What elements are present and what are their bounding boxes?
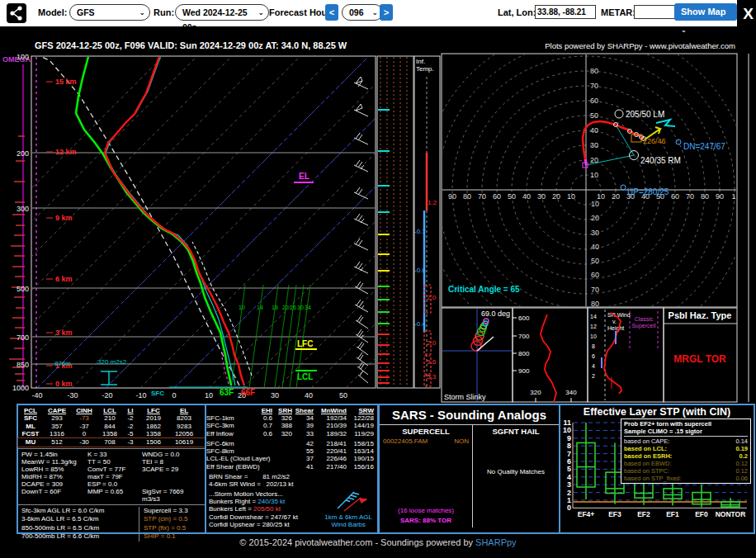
metar-input[interactable]	[634, 5, 675, 19]
svg-text:50: 50	[590, 111, 598, 120]
svg-text:40: 40	[590, 126, 598, 135]
chevron-down-icon: ⌄	[371, 5, 378, 20]
metar-label: METAR:	[601, 7, 636, 17]
svg-text:9 km: 9 km	[55, 214, 73, 222]
svg-text:1: 1	[731, 192, 735, 201]
share-button[interactable]	[7, 3, 26, 23]
svg-text:600: 600	[518, 314, 530, 322]
svg-text:10: 10	[567, 192, 575, 201]
credit-text: Plots powered by SHARPpy - www.pivotalwe…	[545, 41, 735, 50]
sr-wind-title-3: Height	[607, 325, 624, 332]
table-row: FCST13160 1358-5135812056	[18, 430, 205, 438]
svg-text:EF0: EF0	[695, 510, 708, 518]
svg-text:2: 2	[592, 373, 595, 379]
svg-text:-30: -30	[67, 391, 78, 400]
sharppy-link[interactable]: SHARPpy	[475, 537, 517, 547]
svg-text:-20: -20	[102, 391, 112, 400]
svg-text:700: 700	[518, 333, 530, 340]
skewt-panel: 1014 1822 2630 34 10020	[0, 51, 678, 400]
svg-text:EF3: EF3	[608, 510, 621, 518]
lcl-label: LCL	[297, 372, 313, 381]
svg-text:7: 7	[567, 450, 571, 458]
inf-temp-values: 1.2 -0.7 -0.6 2.0 -0.4 2.0 5.6 5.3	[414, 199, 437, 381]
isotherms	[0, 56, 678, 388]
sfc-label: SFC	[151, 390, 164, 397]
prev-hour-button[interactable]: <	[325, 4, 338, 21]
forecast-hour-select[interactable]: 096⌄	[342, 4, 383, 21]
sars-panel: SARS - Sounding Analogs SUPERCELL 000224…	[378, 404, 560, 534]
svg-text:80: 80	[701, 192, 709, 201]
thetae-trace	[541, 314, 556, 402]
storm-slinky-panel: 69.0 deg Storm Slinky	[442, 308, 513, 402]
svg-text:10: 10	[563, 426, 571, 434]
hazard-panel: Psbl Haz. Type MRGL TOR	[664, 308, 737, 402]
svg-text:2.0: 2.0	[427, 339, 437, 347]
svg-text:-10: -10	[135, 391, 146, 400]
run-select[interactable]: Wed 2024-12-25 00z⌄	[175, 4, 269, 21]
table-row-selected: MU512-30 708-3150610619	[18, 438, 205, 447]
thetae-pressure-labels: 600 700 800 900	[513, 314, 530, 375]
table-row: ML357-37 844-218629283	[18, 423, 205, 431]
lapse-rate-block: Sfc-3km AGL LR = 6.0 C/km3-6km AGL LR = …	[18, 507, 205, 541]
critical-angle-label: Critical Angle = 65	[448, 285, 520, 294]
svg-text:10: 10	[590, 171, 598, 179]
svg-text:26: 26	[290, 305, 296, 310]
svg-text:5.3: 5.3	[427, 373, 437, 381]
agl-wind-barbs: 1km & 6km AGLWind Barbs	[324, 487, 372, 528]
svg-text:-0.4: -0.4	[414, 320, 426, 328]
svg-text:40: 40	[591, 243, 599, 251]
svg-text:30: 30	[297, 305, 304, 310]
svg-text:80: 80	[591, 300, 599, 308]
svg-text:60: 60	[590, 97, 598, 105]
latlon-input[interactable]	[535, 5, 596, 19]
svg-text:30: 30	[271, 391, 279, 400]
sr-wind-panel: 1412 108 64 2 SR Wind v. Height Classic …	[588, 308, 664, 402]
storm-motion-block: ...Storm Motion Vectors... Bunkers Right…	[206, 490, 377, 528]
blue-isotherms	[37, 56, 506, 388]
kinematics-rows: SFC-1km0.632634192/34122/28 SFC-3km0.738…	[206, 414, 377, 471]
svg-text:6 km: 6 km	[55, 275, 73, 283]
close-button[interactable]: X	[743, 5, 754, 23]
svg-text:12: 12	[590, 324, 597, 329]
advection-column	[377, 56, 413, 388]
stp-legend: Prob EF2+ torn with supercell Sample CLI…	[621, 418, 751, 484]
sars-hail-column: SGFNT HAIL No Quality Matches	[473, 425, 559, 527]
svg-text:80: 80	[463, 192, 471, 201]
chevron-down-icon: ⌄	[258, 5, 264, 20]
footer: © 2015-2024 pivotalweather.com - Soundin…	[0, 537, 756, 547]
svg-text:200: 200	[17, 149, 29, 158]
svg-text:5: 5	[567, 465, 571, 473]
svg-text:900: 900	[518, 367, 530, 375]
svg-text:500: 500	[17, 285, 29, 293]
svg-text:12 km: 12 km	[55, 148, 77, 156]
svg-text:80: 80	[590, 67, 598, 75]
svg-text:30: 30	[590, 141, 598, 149]
sars-title: SARS - Sounding Analogs	[380, 405, 559, 425]
sars-supercell-column: SUPERCELL 00022405.FAMNON (16 loose matc…	[380, 425, 473, 527]
svg-text:70: 70	[590, 82, 598, 90]
model-select[interactable]: GFS⌄	[69, 4, 150, 21]
svg-text:30: 30	[537, 192, 546, 201]
svg-text:10: 10	[590, 333, 597, 339]
svg-text:700: 700	[17, 333, 29, 342]
svg-text:-40: -40	[31, 391, 42, 400]
svg-text:15 km: 15 km	[55, 78, 77, 86]
srh-ibeam	[101, 371, 117, 385]
sr-wind-height-labels: 1412 108 64 2	[590, 314, 597, 379]
svg-text:60: 60	[671, 192, 679, 201]
sounding-plot: GFS 2024-12-25 00z, F096 VALID: Sun 2024…	[0, 37, 756, 404]
downshear-label: DN=247/67	[683, 142, 725, 151]
thermo-stats: PW = 1.45inK = 33WNDG = 0.0 MeanW = 11.3…	[18, 451, 205, 503]
show-map-button[interactable]: Show Map ⌄	[674, 3, 737, 21]
chevron-down-icon: ⌄	[139, 5, 145, 20]
svg-text:850: 850	[17, 361, 29, 369]
lfc-label: LFC	[297, 339, 313, 348]
sars-match-row[interactable]: 00022405.FAMNON	[380, 436, 472, 447]
stp-title: Effective Layer STP (with CIN)	[560, 406, 754, 418]
pressure-labels: 100200 300500 700850 1000	[12, 53, 29, 392]
svg-text:9: 9	[567, 434, 571, 442]
next-hour-button[interactable]: >	[380, 4, 393, 21]
plot-title: GFS 2024-12-25 00z, F096 VALID: Sun 2024…	[35, 40, 347, 50]
svg-text:30: 30	[591, 229, 599, 237]
svg-text:320: 320	[530, 389, 541, 396]
